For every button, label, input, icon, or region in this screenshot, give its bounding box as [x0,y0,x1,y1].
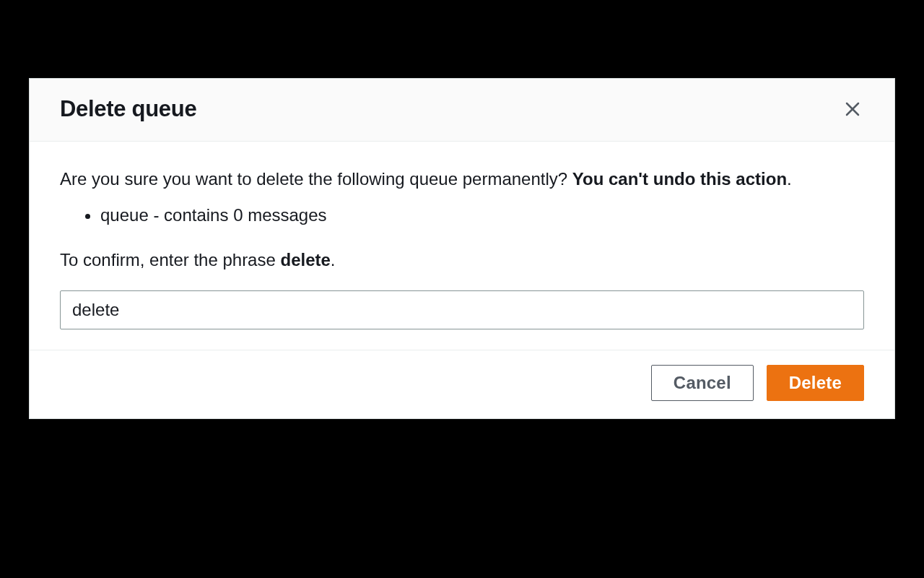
modal-title: Delete queue [60,96,196,122]
warning-bold: You can't undo this action [572,169,787,189]
confirm-phrase: delete [280,250,330,269]
confirm-input[interactable] [60,290,864,329]
queue-list-item: queue - contains 0 messages [100,202,864,228]
modal-footer: Cancel Delete [30,350,894,418]
confirm-suffix: . [331,250,336,269]
warning-text: Are you sure you want to delete the foll… [60,166,864,192]
close-button[interactable] [841,98,864,121]
warning-suffix: . [787,169,792,189]
close-icon [844,100,861,118]
modal-header: Delete queue [30,79,894,142]
cancel-button[interactable]: Cancel [651,365,754,401]
delete-button[interactable]: Delete [767,365,864,401]
confirm-prefix: To confirm, enter the phrase [60,250,280,269]
delete-queue-modal: Delete queue Are you sure you want to de… [29,78,895,419]
queue-list: queue - contains 0 messages [60,202,864,228]
warning-prefix: Are you sure you want to delete the foll… [60,169,572,189]
confirm-instruction: To confirm, enter the phrase delete. [60,247,864,273]
modal-body: Are you sure you want to delete the foll… [30,142,894,350]
